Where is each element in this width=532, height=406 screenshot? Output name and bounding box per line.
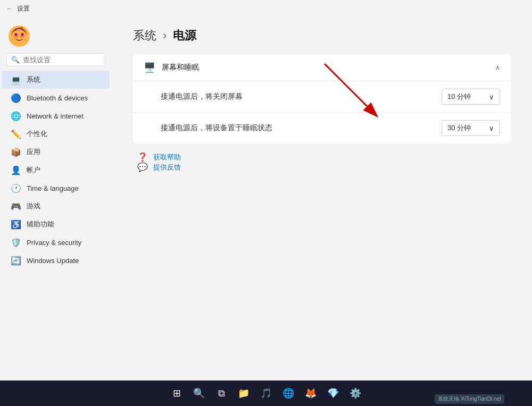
sidebar-icon-accounts: 👤 [11,165,21,175]
help-link-icon-1: 💬 [137,162,148,172]
card-header[interactable]: 🖥️ 屏幕和睡眠 ∧ [133,54,511,81]
card-row-chevron-0: ∨ [489,93,494,101]
sidebar-label-bluetooth: Bluetooth & devices [27,94,88,102]
sidebar-label-privacy: Privacy & security [27,239,81,247]
svg-point-4 [21,33,23,36]
taskbar-music-icon[interactable]: 🎵 [256,384,276,403]
sidebar-label-accounts: 帐户 [27,165,40,175]
card-row-dropdown-0[interactable]: 10 分钟∨ [442,89,500,105]
sidebar-item-privacy[interactable]: 🛡️Privacy & security [2,233,110,251]
help-links-container: ❓获取帮助💬提供反馈 [137,152,511,172]
sidebar-icon-accessibility: ♿ [11,219,21,230]
sidebar-label-personalization: 个性化 [27,129,47,139]
sidebar-item-bluetooth[interactable]: 🔵Bluetooth & devices [2,89,110,107]
sidebar-icon-bluetooth: 🔵 [11,92,21,103]
help-link-icon-0: ❓ [137,152,148,162]
card-row-value-0: 10 分钟 [447,92,471,102]
search-input[interactable] [23,56,101,64]
sidebar-item-personalization[interactable]: ✏️个性化 [2,125,110,143]
watermark: 系统天地 XiTongTianDi.net [435,394,504,404]
card-row-dropdown-1[interactable]: 30 分钟∨ [442,120,500,136]
taskbar-edge-icon[interactable]: 🌐 [279,384,298,403]
user-avatar [0,21,112,51]
sidebar-item-network[interactable]: 🌐Network & internet [2,107,110,125]
card-header-icon: 🖥️ [144,62,155,73]
sidebar-label-system: 系统 [27,75,40,84]
sidebar-item-time[interactable]: 🕐Time & language [2,179,110,197]
sidebar-icon-system: 💻 [11,74,21,85]
sidebar-label-time: Time & language [27,184,79,192]
taskbar: ⊞ 🔍 ⧉ 📁 🎵 🌐 🦊 💎 ⚙️ 系统天地 XiTongTianDi.net [0,380,532,406]
taskbar-windows-icon[interactable]: ⊞ [167,384,186,403]
back-button[interactable]: ← [6,5,13,12]
main-content: 系统 › 电源 🖥️ 屏幕和睡眠 ∧ 接通电源后，将关闭屏幕10 分钟∨接通电源… [112,17,532,380]
sidebar-label-network: Network & internet [27,112,84,120]
svg-point-3 [15,33,17,36]
sidebar-item-update[interactable]: 🔄Windows Update [2,251,110,269]
card-expand-chevron: ∧ [495,64,500,71]
sidebar-item-accounts[interactable]: 👤帐户 [2,161,110,179]
sidebar-item-accessibility[interactable]: ♿辅助功能 [2,215,110,233]
taskbar-firefox-icon[interactable]: 🦊 [301,384,320,403]
sidebar-item-system[interactable]: 💻系统 [2,71,110,89]
search-box[interactable]: 🔍 [6,53,105,66]
sidebar-item-apps[interactable]: 📦应用 [2,143,110,161]
card-row-chevron-1: ∨ [489,124,494,132]
help-link-text-1[interactable]: 提供反馈 [153,163,181,172]
taskbar-settings-icon[interactable]: ⚙️ [346,384,365,403]
card-header-left: 🖥️ 屏幕和睡眠 [144,62,199,73]
search-icon: 🔍 [11,56,20,64]
sidebar-item-gaming[interactable]: 🎮游戏 [2,197,110,215]
card-rows: 接通电源后，将关闭屏幕10 分钟∨接通电源后，将设备置于睡眠状态30 分钟∨ [133,81,511,143]
page-header: 系统 › 电源 [133,28,511,44]
title-bar-label: 设置 [17,4,30,13]
breadcrumb-parent: 系统 [133,28,156,44]
help-link-item-1: 💬提供反馈 [137,162,511,172]
sidebar-label-accessibility: 辅助功能 [27,219,54,229]
sidebar-icon-privacy: 🛡️ [11,237,21,248]
help-link-text-0[interactable]: 获取帮助 [153,153,181,162]
sidebar-icon-time: 🕐 [11,183,21,193]
sidebar-icon-gaming: 🎮 [11,201,21,212]
card-row-0: 接通电源后，将关闭屏幕10 分钟∨ [133,81,511,113]
watermark-label: 系统天地 XiTongTianDi.net [438,395,501,403]
card-header-title: 屏幕和睡眠 [162,63,199,72]
help-link-item-0: ❓获取帮助 [137,152,511,162]
sidebar-icon-personalization: ✏️ [11,129,21,139]
page-title: 电源 [173,28,196,44]
avatar-image [9,26,30,47]
card-row-label-1: 接通电源后，将设备置于睡眠状态 [161,123,272,133]
app-container: 🔍 💻系统🔵Bluetooth & devices🌐Network & inte… [0,17,532,380]
help-links: ❓获取帮助💬提供反馈 [133,152,511,172]
sidebar-icon-apps: 📦 [11,147,21,157]
sidebar-label-update: Windows Update [27,257,79,265]
breadcrumb-separator: › [163,29,167,43]
sidebar-label-gaming: 游戏 [27,201,40,211]
taskbar-gem-icon[interactable]: 💎 [323,384,343,403]
title-bar: ← 设置 [0,0,532,17]
settings-card: 🖥️ 屏幕和睡眠 ∧ 接通电源后，将关闭屏幕10 分钟∨接通电源后，将设备置于睡… [133,54,511,143]
taskbar-taskview-icon[interactable]: ⧉ [212,384,231,403]
sidebar-nav: 💻系统🔵Bluetooth & devices🌐Network & intern… [0,71,112,269]
sidebar-icon-network: 🌐 [11,111,21,121]
card-row-label-0: 接通电源后，将关闭屏幕 [161,92,243,102]
sidebar-icon-update: 🔄 [11,255,21,266]
watermark-bg: 系统天地 XiTongTianDi.net [435,394,504,404]
taskbar-search-icon[interactable]: 🔍 [189,384,209,403]
card-row-value-1: 30 分钟 [447,123,471,133]
card-row-1: 接通电源后，将设备置于睡眠状态30 分钟∨ [133,113,511,143]
sidebar: 🔍 💻系统🔵Bluetooth & devices🌐Network & inte… [0,17,112,380]
sidebar-label-apps: 应用 [27,147,40,157]
taskbar-explorer-icon[interactable]: 📁 [234,384,253,403]
